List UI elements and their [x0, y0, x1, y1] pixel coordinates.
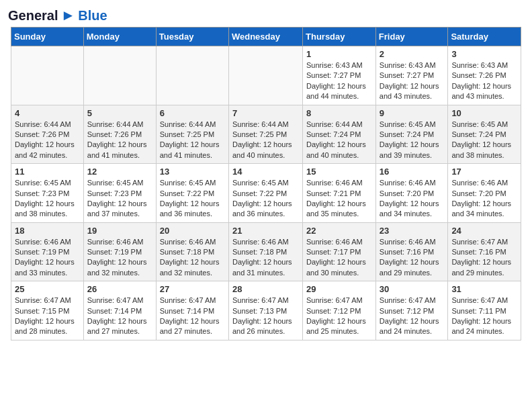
- day-info: Sunrise: 6:45 AM Sunset: 7:23 PM Dayligh…: [87, 178, 152, 220]
- logo-general: General: [8, 8, 58, 24]
- calendar-cell: 18Sunrise: 6:46 AM Sunset: 7:19 PM Dayli…: [11, 222, 84, 281]
- header: General ► Blue: [0, 0, 532, 27]
- day-number: 17: [451, 167, 517, 177]
- page-container: General ► Blue SundayMondayTuesdayWednes…: [0, 0, 532, 346]
- calendar-cell: 12Sunrise: 6:45 AM Sunset: 7:23 PM Dayli…: [83, 164, 156, 223]
- calendar-cell: 24Sunrise: 6:47 AM Sunset: 7:16 PM Dayli…: [448, 222, 521, 281]
- day-info: Sunrise: 6:46 AM Sunset: 7:21 PM Dayligh…: [306, 178, 372, 220]
- calendar-header-tuesday: Tuesday: [156, 28, 228, 46]
- day-number: 5: [87, 108, 152, 118]
- day-number: 15: [306, 167, 372, 177]
- day-info: Sunrise: 6:43 AM Sunset: 7:27 PM Dayligh…: [306, 60, 372, 102]
- day-number: 12: [87, 167, 152, 177]
- day-number: 9: [380, 108, 445, 118]
- calendar-header-monday: Monday: [83, 28, 156, 46]
- day-info: Sunrise: 6:46 AM Sunset: 7:19 PM Dayligh…: [87, 237, 152, 279]
- day-number: 27: [160, 284, 225, 294]
- day-number: 23: [380, 226, 445, 236]
- calendar-header-row: SundayMondayTuesdayWednesdayThursdayFrid…: [11, 28, 521, 46]
- day-number: 1: [306, 49, 372, 59]
- day-number: 28: [232, 284, 299, 294]
- day-number: 24: [451, 226, 517, 236]
- calendar-header-thursday: Thursday: [303, 28, 376, 46]
- calendar-cell: 3Sunrise: 6:43 AM Sunset: 7:26 PM Daylig…: [448, 46, 521, 105]
- calendar-cell: 23Sunrise: 6:46 AM Sunset: 7:16 PM Dayli…: [375, 222, 448, 281]
- calendar-cell: 13Sunrise: 6:45 AM Sunset: 7:22 PM Dayli…: [156, 164, 228, 223]
- day-info: Sunrise: 6:47 AM Sunset: 7:15 PM Dayligh…: [15, 295, 80, 337]
- calendar-cell: 7Sunrise: 6:44 AM Sunset: 7:25 PM Daylig…: [228, 105, 302, 164]
- day-info: Sunrise: 6:46 AM Sunset: 7:18 PM Dayligh…: [232, 237, 299, 279]
- day-info: Sunrise: 6:46 AM Sunset: 7:16 PM Dayligh…: [380, 237, 445, 279]
- day-info: Sunrise: 6:44 AM Sunset: 7:26 PM Dayligh…: [15, 120, 80, 161]
- day-number: 22: [306, 226, 372, 236]
- day-number: 29: [306, 284, 372, 294]
- calendar-cell: 5Sunrise: 6:44 AM Sunset: 7:26 PM Daylig…: [83, 105, 156, 164]
- day-number: 18: [15, 226, 80, 236]
- calendar-cell: 19Sunrise: 6:46 AM Sunset: 7:19 PM Dayli…: [83, 222, 156, 281]
- calendar-cell: [228, 46, 302, 105]
- logo-blue: Blue: [78, 8, 107, 24]
- calendar-week-3: 11Sunrise: 6:45 AM Sunset: 7:23 PM Dayli…: [11, 164, 521, 223]
- calendar-cell: 11Sunrise: 6:45 AM Sunset: 7:23 PM Dayli…: [11, 164, 84, 223]
- day-info: Sunrise: 6:47 AM Sunset: 7:14 PM Dayligh…: [87, 295, 152, 337]
- day-info: Sunrise: 6:46 AM Sunset: 7:17 PM Dayligh…: [306, 237, 372, 279]
- calendar-cell: 16Sunrise: 6:46 AM Sunset: 7:20 PM Dayli…: [375, 164, 448, 223]
- day-info: Sunrise: 6:47 AM Sunset: 7:14 PM Dayligh…: [160, 295, 225, 337]
- calendar-header-saturday: Saturday: [448, 28, 521, 46]
- day-info: Sunrise: 6:43 AM Sunset: 7:27 PM Dayligh…: [380, 60, 445, 102]
- day-number: 19: [87, 226, 152, 236]
- calendar-week-2: 4Sunrise: 6:44 AM Sunset: 7:26 PM Daylig…: [11, 105, 521, 164]
- calendar-week-4: 18Sunrise: 6:46 AM Sunset: 7:19 PM Dayli…: [11, 222, 521, 281]
- calendar-cell: 25Sunrise: 6:47 AM Sunset: 7:15 PM Dayli…: [11, 281, 84, 340]
- calendar-cell: 20Sunrise: 6:46 AM Sunset: 7:18 PM Dayli…: [156, 222, 228, 281]
- calendar-cell: [83, 46, 156, 105]
- day-number: 7: [232, 108, 299, 118]
- day-number: 2: [380, 49, 445, 59]
- day-info: Sunrise: 6:47 AM Sunset: 7:12 PM Dayligh…: [306, 295, 372, 337]
- calendar-header-wednesday: Wednesday: [228, 28, 302, 46]
- calendar-cell: 31Sunrise: 6:47 AM Sunset: 7:11 PM Dayli…: [448, 281, 521, 340]
- calendar-cell: 21Sunrise: 6:46 AM Sunset: 7:18 PM Dayli…: [228, 222, 302, 281]
- logo: General ► Blue: [8, 7, 107, 24]
- day-info: Sunrise: 6:47 AM Sunset: 7:13 PM Dayligh…: [232, 295, 299, 337]
- calendar-cell: 15Sunrise: 6:46 AM Sunset: 7:21 PM Dayli…: [303, 164, 376, 223]
- day-info: Sunrise: 6:47 AM Sunset: 7:16 PM Dayligh…: [451, 237, 517, 279]
- day-info: Sunrise: 6:47 AM Sunset: 7:12 PM Dayligh…: [380, 295, 445, 337]
- day-info: Sunrise: 6:45 AM Sunset: 7:22 PM Dayligh…: [160, 178, 225, 220]
- calendar-cell: 17Sunrise: 6:46 AM Sunset: 7:20 PM Dayli…: [448, 164, 521, 223]
- day-number: 30: [380, 284, 445, 294]
- day-number: 25: [15, 284, 80, 294]
- calendar-cell: [11, 46, 84, 105]
- calendar-cell: 4Sunrise: 6:44 AM Sunset: 7:26 PM Daylig…: [11, 105, 84, 164]
- calendar-week-1: 1Sunrise: 6:43 AM Sunset: 7:27 PM Daylig…: [11, 46, 521, 105]
- calendar-wrapper: SundayMondayTuesdayWednesdayThursdayFrid…: [0, 27, 532, 346]
- calendar-header-friday: Friday: [375, 28, 448, 46]
- day-number: 11: [15, 167, 80, 177]
- logo-bird-icon: ►: [60, 7, 75, 24]
- calendar-cell: 6Sunrise: 6:44 AM Sunset: 7:25 PM Daylig…: [156, 105, 228, 164]
- calendar-table: SundayMondayTuesdayWednesdayThursdayFrid…: [11, 27, 521, 340]
- day-number: 3: [451, 49, 517, 59]
- day-number: 14: [232, 167, 299, 177]
- calendar-cell: 10Sunrise: 6:45 AM Sunset: 7:24 PM Dayli…: [448, 105, 521, 164]
- day-number: 20: [160, 226, 225, 236]
- day-info: Sunrise: 6:46 AM Sunset: 7:18 PM Dayligh…: [160, 237, 225, 279]
- calendar-cell: 14Sunrise: 6:45 AM Sunset: 7:22 PM Dayli…: [228, 164, 302, 223]
- day-number: 8: [306, 108, 372, 118]
- day-info: Sunrise: 6:45 AM Sunset: 7:24 PM Dayligh…: [380, 120, 445, 161]
- day-info: Sunrise: 6:44 AM Sunset: 7:25 PM Dayligh…: [160, 120, 225, 161]
- day-info: Sunrise: 6:44 AM Sunset: 7:26 PM Dayligh…: [87, 120, 152, 161]
- calendar-cell: [156, 46, 228, 105]
- calendar-cell: 8Sunrise: 6:44 AM Sunset: 7:24 PM Daylig…: [303, 105, 376, 164]
- day-info: Sunrise: 6:46 AM Sunset: 7:20 PM Dayligh…: [380, 178, 445, 220]
- day-info: Sunrise: 6:46 AM Sunset: 7:19 PM Dayligh…: [15, 237, 80, 279]
- calendar-header-sunday: Sunday: [11, 28, 84, 46]
- calendar-week-5: 25Sunrise: 6:47 AM Sunset: 7:15 PM Dayli…: [11, 281, 521, 340]
- day-number: 13: [160, 167, 225, 177]
- day-info: Sunrise: 6:44 AM Sunset: 7:25 PM Dayligh…: [232, 120, 299, 161]
- calendar-cell: 27Sunrise: 6:47 AM Sunset: 7:14 PM Dayli…: [156, 281, 228, 340]
- day-info: Sunrise: 6:45 AM Sunset: 7:23 PM Dayligh…: [15, 178, 80, 220]
- day-number: 21: [232, 226, 299, 236]
- day-info: Sunrise: 6:44 AM Sunset: 7:24 PM Dayligh…: [306, 120, 372, 161]
- day-info: Sunrise: 6:46 AM Sunset: 7:20 PM Dayligh…: [451, 178, 517, 220]
